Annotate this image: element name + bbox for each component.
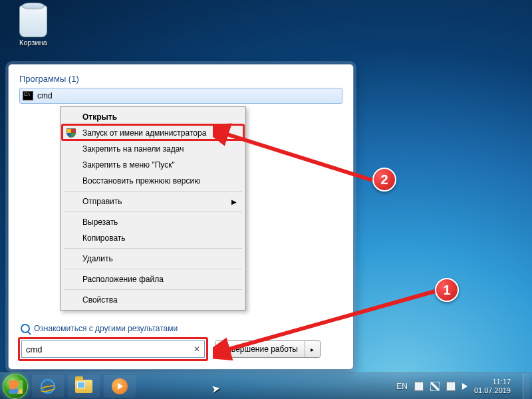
ctx-pin-taskbar[interactable]: Закрепить на панели задач <box>63 141 243 157</box>
recycle-bin[interactable]: Корзина <box>13 5 53 47</box>
search-input-value: cmd <box>26 344 43 354</box>
see-more-label: Ознакомиться с другими результатами <box>34 324 178 333</box>
recycle-bin-label: Корзина <box>13 39 53 47</box>
annotation-badge-1: 1 <box>435 278 459 302</box>
ctx-separator <box>64 248 242 249</box>
ctx-separator <box>64 211 242 212</box>
cmd-icon <box>23 91 33 100</box>
recycle-bin-icon <box>19 5 47 37</box>
shutdown-options-button[interactable]: ▸ <box>305 341 320 357</box>
taskbar-explorer[interactable] <box>68 375 100 398</box>
shutdown-group: Завершение работы ▸ <box>215 340 321 358</box>
media-player-icon <box>112 378 128 394</box>
ctx-separator <box>64 269 242 269</box>
ie-icon <box>41 379 55 394</box>
taskbar-media-player[interactable] <box>104 375 136 398</box>
search-row: cmd ✕ Завершение работы ▸ <box>18 337 344 361</box>
ctx-separator <box>64 289 242 290</box>
ctx-delete[interactable]: Удалить <box>63 251 243 267</box>
clock-time: 11:17 <box>474 378 511 386</box>
action-center-icon[interactable] <box>414 382 424 391</box>
ctx-restore[interactable]: Восстановить прежнюю версию <box>63 173 243 189</box>
ctx-file-location[interactable]: Расположение файла <box>63 271 243 287</box>
ctx-open[interactable]: Открыть <box>63 109 243 125</box>
ctx-copy[interactable]: Копировать <box>63 230 243 246</box>
context-menu: Открыть Запуск от имени администратора З… <box>60 106 246 311</box>
search-result-cmd[interactable]: cmd <box>19 88 342 104</box>
ctx-properties[interactable]: Свойства <box>63 292 243 308</box>
network-icon[interactable] <box>430 382 440 391</box>
taskbar-ie[interactable] <box>32 375 64 398</box>
language-indicator[interactable]: EN <box>396 382 408 391</box>
ctx-send-to[interactable]: Отправить▶ <box>63 194 243 209</box>
annotation-badge-2: 2 <box>372 168 396 192</box>
explorer-icon <box>75 380 92 393</box>
volume-icon[interactable] <box>462 383 467 390</box>
shutdown-label: Завершение работы <box>222 344 298 354</box>
programs-section-title: Программы (1) <box>19 74 342 84</box>
system-tray: EN 11:17 01.07.2019 <box>396 374 532 399</box>
clear-search-icon[interactable]: ✕ <box>194 344 200 354</box>
shutdown-button[interactable]: Завершение работы <box>215 341 305 357</box>
ctx-pin-start[interactable]: Закрепить в меню "Пуск" <box>63 157 243 173</box>
annotation-highlight-1: cmd ✕ <box>18 337 208 361</box>
ctx-run-as-admin[interactable]: Запуск от имени администратора <box>63 125 243 141</box>
show-desktop-button[interactable] <box>523 374 529 399</box>
search-input[interactable]: cmd ✕ <box>21 340 205 358</box>
clock-date: 01.07.2019 <box>474 386 511 395</box>
see-more-results[interactable]: Ознакомиться с другими результатами <box>21 324 178 333</box>
start-button[interactable] <box>3 374 28 399</box>
search-result-label: cmd <box>37 91 53 100</box>
desktop: Корзина Программы (1) cmd Ознакомиться с… <box>0 0 532 399</box>
tray-icon[interactable] <box>446 382 456 391</box>
clock[interactable]: 11:17 01.07.2019 <box>474 378 511 395</box>
ctx-cut[interactable]: Вырезать <box>63 214 243 230</box>
uac-shield-icon <box>66 128 76 138</box>
taskbar: EN 11:17 01.07.2019 <box>0 372 532 399</box>
submenu-arrow-icon: ▶ <box>231 198 237 205</box>
magnifier-icon <box>21 324 30 333</box>
ctx-separator <box>64 191 242 192</box>
